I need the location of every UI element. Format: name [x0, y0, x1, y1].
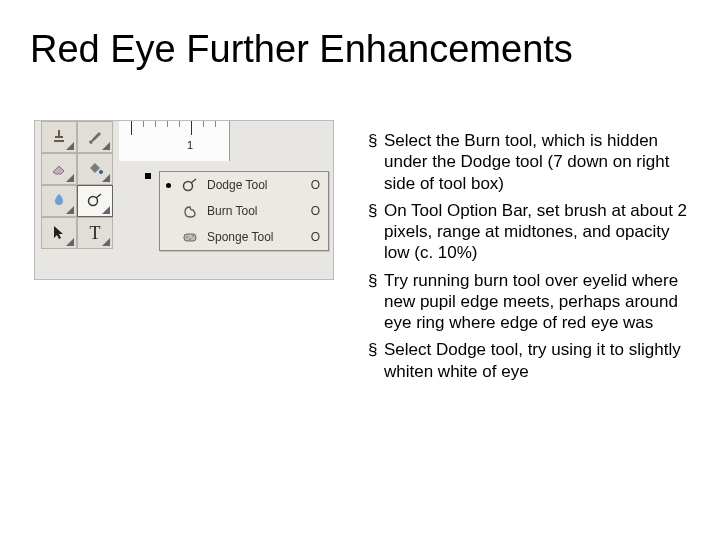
svg-rect-5 [184, 234, 196, 241]
list-item: § Select the Burn tool, which is hidden … [368, 130, 694, 194]
bullet-marker: § [368, 339, 384, 360]
toolbox-figure: T 1 Dodge Tool O Burn Too [34, 120, 334, 280]
flyout-item-shortcut: O [306, 178, 320, 192]
bullet-text: On Tool Option Bar, set brush at about 2… [384, 200, 694, 264]
tool-slot[interactable] [41, 153, 77, 185]
svg-line-2 [96, 194, 101, 198]
sponge-icon [181, 229, 199, 245]
tool-slot-active[interactable] [77, 185, 113, 217]
tool-slot[interactable] [77, 153, 113, 185]
flyout-anchor-icon [145, 173, 151, 179]
arrow-icon [51, 224, 67, 243]
type-icon: T [90, 223, 101, 244]
list-item: § On Tool Option Bar, set brush at about… [368, 200, 694, 264]
flyout-item-shortcut: O [306, 230, 320, 244]
bullet-list: § Select the Burn tool, which is hidden … [368, 130, 694, 388]
dodge-icon [181, 177, 199, 193]
tool-slot[interactable]: T [77, 217, 113, 249]
bullet-text: Select the Burn tool, which is hidden un… [384, 130, 694, 194]
flyout-item-sponge[interactable]: Sponge Tool O [160, 224, 328, 250]
tool-slot[interactable] [41, 185, 77, 217]
tool-slot[interactable] [77, 121, 113, 153]
ruler: 1 [119, 121, 230, 161]
flyout-item-label: Sponge Tool [207, 230, 298, 244]
bullet-marker: § [368, 200, 384, 221]
svg-point-7 [189, 238, 191, 240]
bullet-text: Try running burn tool over eyelid where … [384, 270, 694, 334]
burn-icon [181, 203, 199, 219]
svg-line-4 [191, 179, 196, 183]
tool-palette: T [41, 121, 115, 249]
list-item: § Try running burn tool over eyelid wher… [368, 270, 694, 334]
slide-title: Red Eye Further Enhancements [30, 28, 710, 71]
tool-flyout-menu: Dodge Tool O Burn Tool O Sponge Tool O [159, 171, 329, 251]
ruler-label: 1 [187, 139, 193, 151]
tool-slot[interactable] [41, 217, 77, 249]
flyout-item-burn[interactable]: Burn Tool O [160, 198, 328, 224]
bullet-marker: § [368, 270, 384, 291]
bullet-text: Select Dodge tool, try using it to sligh… [384, 339, 694, 382]
bullet-marker: § [368, 130, 384, 151]
selected-dot-icon [166, 183, 171, 188]
list-item: § Select Dodge tool, try using it to sli… [368, 339, 694, 382]
svg-point-8 [192, 235, 194, 237]
flyout-item-label: Burn Tool [207, 204, 298, 218]
svg-point-0 [99, 170, 103, 174]
tool-slot[interactable] [41, 121, 77, 153]
flyout-item-label: Dodge Tool [207, 178, 298, 192]
flyout-item-dodge[interactable]: Dodge Tool O [160, 172, 328, 198]
svg-point-6 [186, 236, 188, 238]
flyout-item-shortcut: O [306, 204, 320, 218]
